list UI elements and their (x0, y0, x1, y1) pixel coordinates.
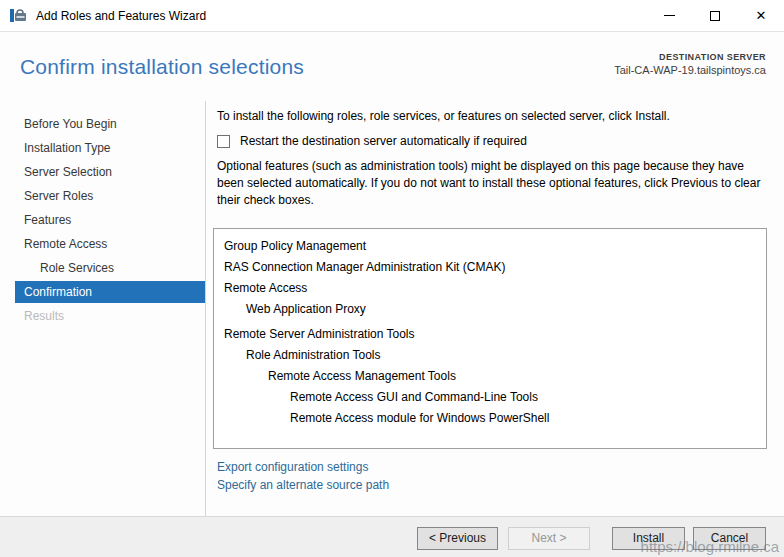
list-item: Remote Access Management Tools (224, 366, 756, 387)
maximize-button[interactable] (692, 0, 738, 31)
close-icon: ✕ (756, 8, 767, 23)
restart-checkbox-row: Restart the destination server automatic… (217, 134, 527, 148)
maximize-icon (710, 11, 720, 21)
links-block: Export configuration settings Specify an… (217, 458, 389, 494)
sidebar-item-before-you-begin[interactable]: Before You Begin (0, 112, 205, 136)
wizard-toolbox-icon (10, 8, 28, 24)
list-item: Remote Access GUI and Command-Line Tools (224, 387, 756, 408)
minimize-icon (664, 15, 675, 16)
list-item: Web Application Proxy (224, 299, 756, 320)
list-item: Remote Server Administration Tools (224, 324, 756, 345)
wizard-header: Confirm installation selections DESTINAT… (0, 33, 784, 101)
next-button[interactable]: Next > (508, 527, 590, 550)
intro-text: To install the following roles, role ser… (217, 109, 670, 123)
sidebar-item-results: Results (0, 304, 205, 328)
sidebar-item-confirmation[interactable]: Confirmation (15, 281, 205, 303)
export-configuration-link[interactable]: Export configuration settings (217, 458, 389, 476)
destination-server-label: DESTINATION SERVER (614, 52, 766, 62)
sidebar-item-installation-type[interactable]: Installation Type (0, 136, 205, 160)
wizard-steps-sidebar: Before You Begin Installation Type Serve… (0, 101, 206, 516)
sidebar-item-server-selection[interactable]: Server Selection (0, 160, 205, 184)
alternate-source-path-link[interactable]: Specify an alternate source path (217, 476, 389, 494)
wizard-footer: < Previous Next > Install Cancel (0, 516, 784, 557)
destination-server-name: Tail-CA-WAP-19.tailspintoys.ca (614, 64, 766, 76)
minimize-button[interactable] (646, 0, 692, 31)
list-item: Remote Access (224, 278, 756, 299)
optional-features-note: Optional features (such as administratio… (217, 158, 769, 209)
destination-server-block: DESTINATION SERVER Tail-CA-WAP-19.tailsp… (614, 52, 766, 76)
list-item: RAS Connection Manager Administration Ki… (224, 257, 756, 278)
cancel-button[interactable]: Cancel (693, 527, 766, 550)
sidebar-item-remote-access[interactable]: Remote Access (0, 232, 205, 256)
sidebar-item-server-roles[interactable]: Server Roles (0, 184, 205, 208)
sidebar-item-features[interactable]: Features (0, 208, 205, 232)
list-item: Remote Access module for Windows PowerSh… (224, 408, 756, 429)
list-item: Role Administration Tools (224, 345, 756, 366)
page-title: Confirm installation selections (20, 55, 304, 79)
sidebar-item-role-services[interactable]: Role Services (0, 256, 205, 280)
close-button[interactable]: ✕ (738, 0, 784, 31)
window-title: Add Roles and Features Wizard (36, 9, 206, 23)
previous-button[interactable]: < Previous (417, 527, 498, 550)
restart-checkbox-label: Restart the destination server automatic… (240, 134, 527, 148)
selected-features-list: Group Policy Management RAS Connection M… (213, 228, 767, 449)
install-button[interactable]: Install (612, 527, 685, 550)
title-bar: Add Roles and Features Wizard ✕ (0, 0, 784, 32)
restart-checkbox[interactable] (217, 135, 230, 148)
list-item: Group Policy Management (224, 236, 756, 257)
confirmation-page-content: To install the following roles, role ser… (207, 101, 784, 516)
